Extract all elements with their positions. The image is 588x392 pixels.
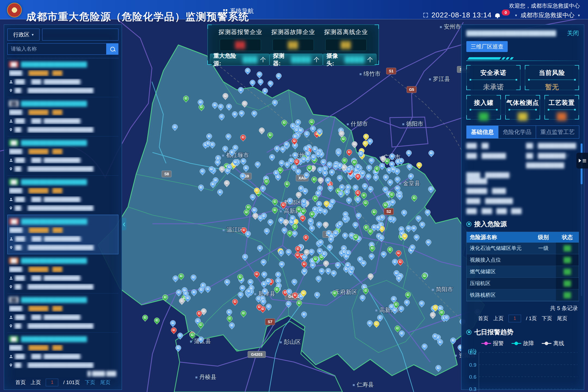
user-org[interactable]: 成都市应急救援中心 bbox=[520, 11, 574, 19]
info-field-row: ███：████：███████████ bbox=[466, 142, 579, 149]
counter-row: 接入罐 ██ 气体检测点 ██ 工艺装置 ██ bbox=[466, 95, 579, 120]
company-list-item[interactable]: ████████████████████████：██████ · ██████… bbox=[7, 254, 118, 293]
company-list-item[interactable]: ████████████████████████：██████ · ██████… bbox=[7, 333, 118, 369]
map-city-label: 仁寿县 bbox=[357, 381, 374, 388]
bell-icon[interactable] bbox=[495, 13, 500, 17]
page-next-button[interactable]: 下页 bbox=[542, 315, 552, 322]
trend-section-title: 七日报警趋势 bbox=[474, 328, 513, 336]
page-number-input[interactable]: 1 bbox=[46, 379, 58, 386]
legend-item-离线[interactable]: 离线 bbox=[542, 340, 564, 347]
legend-item-报警[interactable]: 报警 bbox=[481, 340, 504, 347]
region-dropdown[interactable]: 行政区 ▾ bbox=[7, 29, 39, 41]
total-detectors: 探测器: ████ 个 bbox=[270, 54, 323, 66]
risk-type-line: ████：██████ · ███ bbox=[9, 227, 116, 233]
basic-info-fields: ███：████：██████████████：█████████：██████… bbox=[466, 142, 579, 214]
road-badge: S1 bbox=[386, 68, 396, 74]
company-list-item[interactable]: ████████████████████████：██████ · ██████… bbox=[7, 293, 118, 333]
fullscreen-icon[interactable] bbox=[423, 13, 428, 17]
tab-key-process[interactable]: 重点监管工艺 bbox=[536, 125, 579, 139]
page-number-input[interactable]: 1 bbox=[509, 315, 521, 322]
page-prev-button[interactable]: 上页 bbox=[493, 315, 504, 322]
page-prev-button[interactable]: 上页 bbox=[30, 379, 41, 386]
page-first-button[interactable]: 首页 bbox=[15, 379, 26, 386]
address-line: ██：████████████████████ bbox=[9, 205, 116, 211]
risk-type-line: ████：██████ · ███ bbox=[9, 305, 116, 312]
company-name: ██████████████████ bbox=[21, 101, 87, 107]
total-unit: 个 bbox=[367, 56, 373, 63]
table-row[interactable]: 视频接入点位██ bbox=[467, 254, 579, 266]
promise-risk-row: 安全承诺 未承诺 当前风险 暂无 bbox=[466, 65, 579, 90]
search-input[interactable]: 请输入名称 bbox=[7, 43, 106, 55]
counter-label: 工艺装置 bbox=[545, 99, 579, 107]
page-first-button[interactable]: 首页 bbox=[478, 315, 488, 322]
stat-title: 探测器故障企业 bbox=[269, 28, 318, 36]
page-last-button[interactable]: 尾页 bbox=[557, 315, 567, 322]
sidebar-pagination: 首页 上页 1 / 101页 下页 尾页 bbox=[4, 379, 122, 386]
region-value-input[interactable] bbox=[42, 29, 118, 41]
page-next-button[interactable]: 下页 bbox=[85, 379, 95, 386]
company-head: ████████████████████ bbox=[9, 61, 116, 68]
company-list-item[interactable]: ████████████████████████：██████ · ██████… bbox=[7, 215, 118, 254]
grid-icon bbox=[223, 9, 227, 13]
tab-basic-info[interactable]: 基础信息 bbox=[466, 125, 498, 139]
company-list-item[interactable]: ████████████████████████：██████ · ██████… bbox=[7, 58, 118, 97]
system-nav-button[interactable]: 系统导航 bbox=[223, 7, 254, 15]
search-button[interactable] bbox=[106, 43, 118, 55]
promise-value: 未承诺 bbox=[467, 82, 520, 91]
road-badge: G4203 bbox=[248, 351, 266, 358]
corner-decoration bbox=[544, 95, 549, 99]
stat-value-box: ██ bbox=[272, 39, 314, 51]
road-badge: S7 bbox=[265, 318, 275, 325]
stat-title: 探测器报警企业 bbox=[216, 28, 265, 36]
welcome-text: 欢迎您，成都市应急救援中心 bbox=[509, 2, 580, 10]
trend-legend: 报警故障离线 bbox=[466, 340, 579, 347]
status-badge: ██ bbox=[9, 258, 19, 264]
info-field-row: ██████：████ bbox=[466, 188, 579, 194]
map-city-label: 天府新区 bbox=[334, 289, 357, 295]
sidebar-collapse-handle[interactable]: ❮ bbox=[122, 218, 126, 230]
contact-line: ███：███ (███████████) bbox=[9, 275, 116, 281]
risk-type-line: ████：██████ · ███ bbox=[9, 70, 116, 76]
info-field-row: ███：███ · ███ · ███ bbox=[466, 208, 579, 214]
risk-label: 当前风险 bbox=[525, 69, 579, 77]
tab-hazard-chemicals[interactable]: 危险化学品 bbox=[498, 125, 536, 139]
risk-type-line: ████：██████ · ███ bbox=[9, 109, 116, 115]
company-list-item[interactable]: ████████████████████████：██████ · ██████… bbox=[7, 136, 118, 176]
page-title: 成都市重大危险源（危险化学品）监测预警系统 bbox=[26, 10, 249, 24]
app-logo bbox=[7, 3, 22, 17]
contact-line: ███：███ (███████████) bbox=[9, 157, 116, 163]
table-row[interactable]: 液化石油气储罐区单元一级██ bbox=[467, 243, 579, 254]
stat-value-box: ██ bbox=[220, 39, 261, 51]
map-city-label: 安州市 bbox=[444, 23, 461, 30]
total-unit: 个 bbox=[314, 56, 319, 63]
panel-expand-button[interactable]: ≡ bbox=[576, 153, 588, 169]
risk-type-line: ████：██████ · ███ bbox=[9, 266, 116, 272]
hazard-section-title: 接入危险源 bbox=[474, 220, 507, 228]
table-row[interactable]: 铁路栈桥区██ bbox=[467, 289, 579, 301]
counter-value: ██ bbox=[506, 112, 540, 120]
chevron-down-icon[interactable]: ▾ bbox=[515, 13, 517, 17]
contact-line: ███：███ (███████████) bbox=[9, 236, 116, 242]
page-last-button[interactable]: 尾页 bbox=[100, 379, 111, 386]
chevron-down-icon[interactable]: ▾ bbox=[578, 13, 580, 17]
trend-section-header: 七日报警趋势 bbox=[466, 328, 579, 336]
status-badge: ██ bbox=[9, 140, 19, 146]
company-name: ██████████████████ bbox=[21, 219, 87, 225]
3d-patrol-button[interactable]: 三维厂区巡查 bbox=[466, 41, 508, 52]
counter-label: 接入罐 bbox=[467, 99, 501, 107]
corner-decoration bbox=[536, 115, 540, 120]
table-row[interactable]: 压缩机区██ bbox=[467, 278, 579, 289]
close-button[interactable]: 关闭 bbox=[567, 29, 579, 37]
contact-line: ███：███ (███████████) bbox=[9, 118, 116, 124]
map-city-label: 简阳市 bbox=[436, 286, 453, 292]
app-header: 成都市重大危险源（危险化学品）监测预警系统 系统导航 欢迎您，成都市应急救援中心… bbox=[0, 0, 588, 19]
legend-item-故障[interactable]: 故障 bbox=[512, 340, 534, 347]
map-city-label: 什邡市 bbox=[350, 121, 368, 127]
corner-decoration bbox=[497, 95, 501, 99]
stat-card-alarm: 探测器报警企业 ██ bbox=[216, 28, 265, 51]
map-city-label: 罗江县 bbox=[433, 76, 450, 82]
table-row[interactable]: 燃气储罐区██ bbox=[467, 266, 579, 278]
company-list-item[interactable]: ████████████████████████：██████ · ██████… bbox=[7, 176, 118, 215]
stat-value-box: ██ bbox=[325, 39, 367, 51]
company-list-item[interactable]: ████████████████████████：██████ · ██████… bbox=[7, 97, 118, 136]
